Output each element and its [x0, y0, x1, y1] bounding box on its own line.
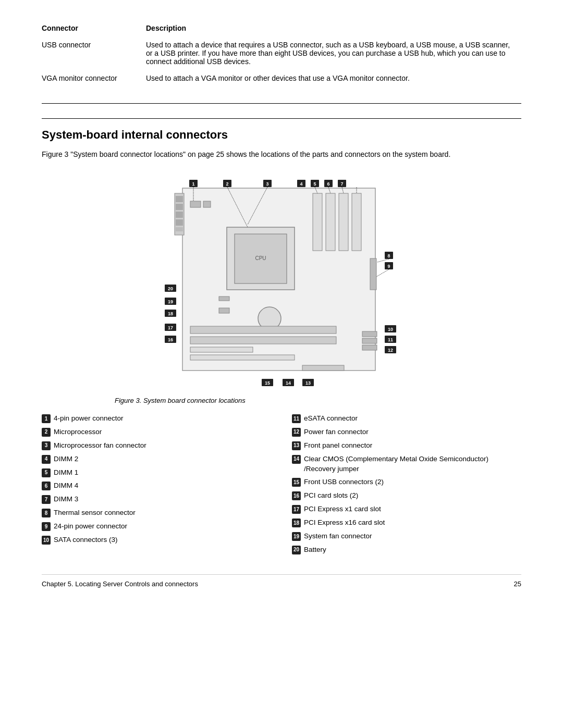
legend-badge: 10 — [42, 536, 51, 545]
section-divider — [42, 103, 521, 104]
legend-label: PCI card slots (2) — [304, 491, 358, 501]
legend-badge: 15 — [292, 478, 301, 487]
legend-item: 14Clear CMOS (Complementary Metal Oxide … — [292, 454, 521, 474]
svg-text:6: 6 — [327, 181, 329, 187]
svg-line-75 — [377, 259, 389, 262]
svg-rect-25 — [219, 308, 229, 313]
legend-item: 13Front panel connector — [292, 441, 521, 451]
section-intro: Figure 3 "System board connector locatio… — [42, 149, 521, 160]
svg-rect-3 — [176, 204, 183, 210]
legend-label: Microprocessor fan connector — [54, 441, 146, 451]
connector-description: Used to attach a VGA monitor or other de… — [146, 71, 521, 88]
legend-item: 6DIMM 4 — [42, 481, 271, 491]
legend-badge: 11 — [292, 414, 301, 423]
legend-badge: 6 — [42, 482, 51, 490]
legend-item: 19System fan connector — [292, 532, 521, 541]
legend-badge: 1 — [42, 414, 51, 423]
section-heading: System-board internal connectors — [42, 118, 521, 142]
table-row: VGA monitor connectorUsed to attach a VG… — [42, 71, 521, 88]
legend-label: System fan connector — [304, 532, 372, 541]
svg-rect-17 — [362, 338, 377, 343]
svg-text:3: 3 — [266, 181, 268, 187]
legend-label: PCI Express x16 card slot — [304, 518, 385, 528]
legend-item: 18PCI Express x16 card slot — [292, 518, 521, 528]
col-connector-header: Connector — [42, 21, 146, 38]
legend-item: 924-pin power connector — [42, 522, 271, 532]
svg-line-76 — [376, 269, 389, 277]
legend-label: Microprocessor — [54, 427, 102, 437]
legend-badge: 5 — [42, 468, 51, 477]
legend-label: DIMM 2 — [54, 454, 78, 464]
legend-label: SATA connectors (3) — [54, 535, 118, 545]
svg-text:12: 12 — [388, 348, 393, 353]
legend-label: Front USB connectors (2) — [304, 477, 384, 487]
legend-item: 20Battery — [292, 545, 521, 555]
svg-rect-2 — [176, 196, 183, 202]
svg-text:4: 4 — [300, 181, 302, 187]
legend-badge: 17 — [292, 505, 301, 514]
svg-text:16: 16 — [168, 337, 173, 342]
legend-label: Clear CMOS (Complementary Metal Oxide Se… — [304, 454, 521, 474]
svg-rect-9 — [339, 193, 348, 251]
svg-text:8: 8 — [387, 253, 390, 258]
figure-caption: Figure 3. System board connector locatio… — [42, 397, 521, 404]
legend-label: Thermal sensor connector — [54, 508, 136, 518]
legend-label: 4-pin power connector — [54, 414, 124, 424]
legend-label: DIMM 3 — [54, 495, 78, 504]
svg-text:20: 20 — [168, 286, 173, 291]
svg-text:2: 2 — [226, 181, 228, 187]
legend-label: eSATA connector — [304, 414, 358, 424]
col-description-header: Description — [146, 21, 521, 38]
connector-description: Used to attach a device that requires a … — [146, 38, 521, 71]
svg-text:5: 5 — [313, 181, 316, 187]
footer-chapter: Chapter 5. Locating Server Controls and … — [42, 580, 198, 588]
legend-item: 2Microprocessor — [42, 427, 271, 437]
legend-item: 11eSATA connector — [292, 414, 521, 424]
legend-item: 7DIMM 3 — [42, 495, 271, 504]
svg-rect-27 — [302, 365, 344, 371]
svg-rect-16 — [362, 331, 377, 337]
legend-label: 24-pin power connector — [54, 522, 127, 532]
svg-text:1: 1 — [192, 181, 194, 187]
svg-text:7: 7 — [340, 181, 343, 187]
legend-item: 4DIMM 2 — [42, 454, 271, 464]
svg-text:14: 14 — [286, 380, 291, 386]
svg-rect-7 — [313, 193, 322, 251]
legend-badge: 16 — [292, 491, 301, 500]
legend-item: 15Front USB connectors (2) — [292, 477, 521, 487]
svg-text:19: 19 — [168, 299, 173, 304]
legend-label: Front panel connector — [304, 441, 372, 451]
connector-table: Connector Description USB connectorUsed … — [42, 21, 521, 88]
legend-right: 11eSATA connector12Power fan connector13… — [292, 414, 521, 559]
svg-rect-4 — [176, 212, 183, 218]
svg-rect-10 — [352, 193, 361, 251]
legend-left: 14-pin power connector2Microprocessor3Mi… — [42, 414, 271, 559]
svg-text:9: 9 — [387, 264, 390, 269]
legend-badge: 20 — [292, 546, 301, 554]
legend-item: 17PCI Express x1 card slot — [292, 504, 521, 514]
legend-badge: 3 — [42, 441, 51, 450]
legend-label: DIMM 4 — [54, 481, 78, 491]
legend-badge: 13 — [292, 441, 301, 450]
svg-rect-21 — [190, 347, 253, 352]
svg-rect-20 — [190, 337, 336, 344]
legend-item: 16PCI card slots (2) — [292, 491, 521, 501]
page-footer: Chapter 5. Locating Server Controls and … — [42, 574, 521, 588]
svg-text:17: 17 — [168, 325, 173, 330]
svg-rect-23 — [190, 201, 201, 207]
diagram-container: CPU 1 — [42, 172, 521, 391]
legend-badge: 14 — [292, 455, 301, 464]
legend-label: Power fan connector — [304, 427, 369, 437]
legend-item: 3Microprocessor fan connector — [42, 441, 271, 451]
svg-text:18: 18 — [168, 311, 173, 316]
connector-name: USB connector — [42, 38, 146, 71]
legend-item: 12Power fan connector — [292, 427, 521, 437]
svg-rect-22 — [190, 355, 295, 360]
legend-item: 5DIMM 1 — [42, 468, 271, 478]
svg-rect-8 — [326, 193, 335, 251]
svg-rect-24 — [203, 201, 211, 207]
legend-badge: 18 — [292, 519, 301, 527]
legend-badge: 2 — [42, 428, 51, 437]
legend-badge: 4 — [42, 455, 51, 464]
svg-text:15: 15 — [265, 380, 270, 386]
